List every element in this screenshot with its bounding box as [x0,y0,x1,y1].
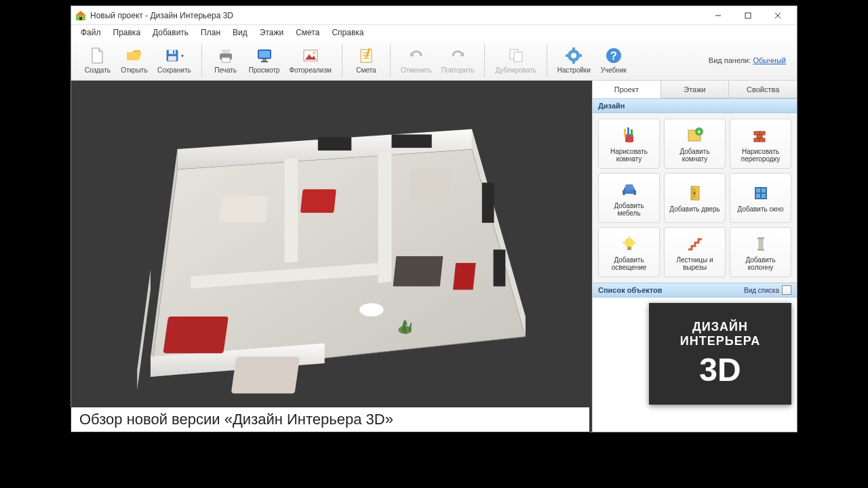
design-tools-grid: Нарисовать комнату + Добавить комнату На… [593,113,797,283]
add-column-button[interactable]: Добавить колонну [730,227,791,277]
undo-icon [407,46,426,65]
toolbar-separator [547,44,547,77]
new-file-icon [88,46,107,65]
view-button[interactable]: Просмотр [244,44,285,76]
add-furniture-button[interactable]: Добавить мебель [598,173,660,223]
viewport-content [71,81,592,432]
duplicate-icon [507,46,526,65]
toolbar: Создать Открыть ▾ Сохранить Печать Просм… [71,40,797,81]
maximize-button[interactable] [733,6,763,25]
menu-file[interactable]: Файл [75,26,106,39]
svg-rect-73 [623,190,625,195]
svg-rect-59 [494,249,506,286]
save-icon: ▾ [165,46,184,65]
menu-plan[interactable]: План [195,26,226,39]
redo-button[interactable]: Повторить [437,44,479,76]
svg-rect-50 [300,189,336,213]
menu-add[interactable]: Добавить [147,26,194,39]
svg-rect-70 [754,138,760,142]
chevron-down-icon: ▾ [181,53,184,59]
menu-floors[interactable]: Этажи [254,26,289,39]
tab-properties[interactable]: Свойства [729,81,797,98]
print-button[interactable]: Печать [208,44,244,76]
svg-marker-43 [378,151,392,283]
minimize-button[interactable] [703,6,733,25]
close-button[interactable] [763,6,793,25]
svg-rect-87 [757,237,764,239]
panel-view-link[interactable]: Обычный [753,56,786,64]
notepad-icon [357,46,376,65]
toolbar-separator [390,44,391,77]
save-button[interactable]: ▾ Сохранить [153,44,196,76]
svg-text:+: + [697,128,701,136]
open-button[interactable]: Открыть [116,44,153,76]
menubar: Файл Правка Добавить План Вид Этажи Смет… [71,25,797,40]
svg-rect-32 [572,47,575,50]
add-window-button[interactable]: Добавить окно [730,173,791,223]
main-area: Проект Этажи Свойства Дизайн Нарисовать … [71,81,797,432]
svg-rect-63 [631,129,633,137]
add-lighting-button[interactable]: Добавить освещение [598,227,660,277]
picture-icon [301,46,320,65]
tab-floors[interactable]: Этажи [661,81,730,98]
svg-text:?: ? [610,50,617,62]
objects-view-toggle[interactable]: Вид списка [744,285,791,295]
svg-rect-49 [219,196,269,222]
svg-rect-34 [566,54,568,57]
svg-point-82 [625,238,634,247]
armchair-icon [619,180,639,200]
svg-rect-58 [482,182,494,222]
photoreal-button[interactable]: Фотореализм [284,44,336,76]
svg-rect-61 [624,129,626,137]
floorplan-render [97,98,566,414]
svg-rect-9 [173,50,175,53]
svg-rect-62 [627,127,629,137]
svg-rect-48 [231,357,300,393]
toolbar-separator [201,44,202,77]
room-plus-icon: + [685,125,705,146]
svg-rect-13 [222,58,230,62]
settings-button[interactable]: Настройки [553,44,595,76]
menu-edit[interactable]: Правка [108,26,146,39]
svg-rect-92 [757,249,764,251]
brick-wall-icon [751,125,771,146]
svg-point-54 [359,303,384,317]
viewport-3d[interactable] [71,81,592,432]
add-door-button[interactable]: Добавить дверь [664,173,726,223]
promo-overlay: ДИЗАЙН ИНТЕРЬЕРА 3D [649,303,791,405]
svg-rect-51 [409,169,452,199]
svg-rect-12 [222,49,230,54]
svg-rect-56 [318,137,351,150]
svg-rect-47 [163,317,229,353]
menu-help[interactable]: Справка [326,26,369,39]
add-room-button[interactable]: + Добавить комнату [664,119,726,169]
draw-partition-button[interactable]: Нарисовать перегородку [730,119,791,169]
duplicate-button[interactable]: Дублировать [490,44,540,76]
tab-project[interactable]: Проект [593,81,661,98]
estimate-button[interactable]: Смета [348,44,384,76]
svg-point-20 [313,52,315,54]
menu-estimate[interactable]: Смета [290,26,325,39]
tutorial-button[interactable]: ? Учебник [595,44,632,76]
svg-rect-71 [760,138,765,142]
monitor-icon [255,46,274,65]
window-controls [703,6,793,25]
create-button[interactable]: Создать [79,44,116,76]
objects-list[interactable]: ДИЗАЙН ИНТЕРЬЕРА 3D [593,298,797,432]
side-panel: Проект Этажи Свойства Дизайн Нарисовать … [592,81,797,432]
design-section-header: Дизайн [593,98,797,113]
undo-button[interactable]: Отменить [396,44,437,76]
draw-room-button[interactable]: Нарисовать комнату [598,119,660,169]
video-caption: Обзор новой версии «Дизайн Интерьера 3D» [71,407,590,432]
menu-view[interactable]: Вид [227,26,253,39]
svg-point-31 [571,53,576,58]
svg-rect-17 [261,61,268,62]
stairs-icon [685,234,705,254]
svg-rect-69 [757,135,762,138]
objects-section-header: Список объектов Вид списка [593,283,797,298]
svg-rect-4 [745,13,751,18]
svg-marker-46 [138,270,151,390]
door-icon [685,183,705,203]
svg-rect-57 [392,134,432,148]
stairs-cutouts-button[interactable]: Лестницы и вырезы [664,227,726,277]
